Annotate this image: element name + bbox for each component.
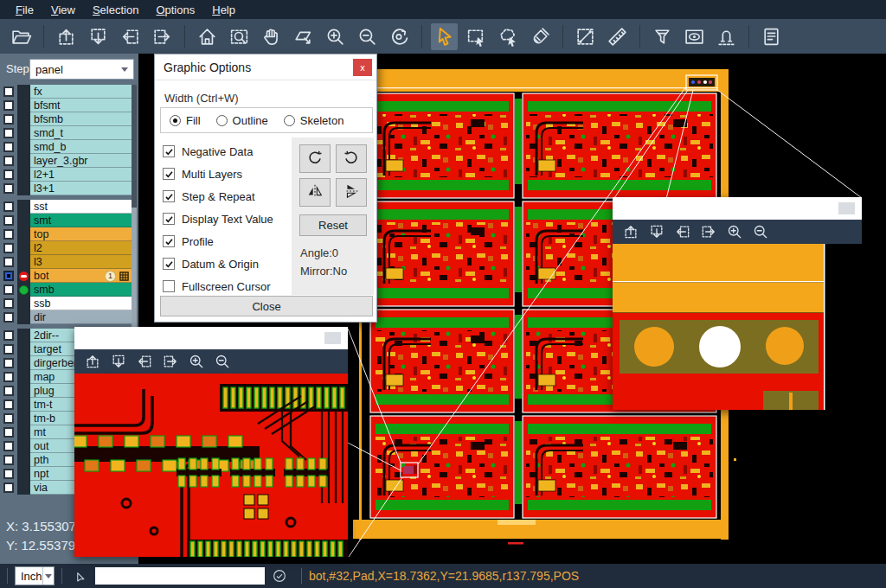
ruler-button[interactable]	[604, 23, 631, 50]
home-button[interactable]	[194, 23, 221, 50]
layer-checkbox[interactable]	[3, 156, 14, 166]
dialog-title-bar[interactable]: Graphic Options	[155, 54, 376, 80]
layer-checkbox[interactable]	[3, 372, 14, 382]
zoom-out-button[interactable]	[354, 23, 381, 50]
apply-check-icon[interactable]	[272, 568, 287, 584]
layer-row-sst[interactable]: sst	[0, 200, 138, 214]
zoom-previous-button[interactable]	[386, 23, 413, 50]
layer-checkbox[interactable]	[3, 243, 14, 253]
close-button[interactable]: Close	[160, 296, 373, 316]
option-negative-data[interactable]: Negative Data	[163, 140, 273, 163]
select-cursor-button[interactable]	[431, 23, 458, 50]
step-select[interactable]: panel	[29, 59, 134, 80]
load-down-button[interactable]	[107, 351, 130, 372]
layer-row-l2+1[interactable]: l2+1	[0, 168, 138, 182]
option-step-repeat[interactable]: Step & Repeat	[163, 185, 273, 208]
magnifier-detail-content[interactable]	[74, 374, 348, 557]
rotate-cw-button[interactable]	[299, 144, 331, 173]
report-button[interactable]	[758, 23, 785, 50]
layer-checkbox[interactable]	[3, 298, 14, 309]
checkbox[interactable]	[163, 190, 175, 202]
checkbox[interactable]	[163, 168, 175, 180]
load-left-button[interactable]	[133, 351, 156, 372]
rotate-ccw-button[interactable]	[336, 144, 367, 173]
magnifier-title-bar[interactable]	[74, 327, 348, 349]
checkbox[interactable]	[163, 235, 175, 247]
load-down-button[interactable]	[645, 221, 668, 242]
layer-checkbox[interactable]	[3, 100, 14, 111]
measure-button[interactable]	[572, 23, 599, 50]
layer-row-l3+1[interactable]: l3+1	[0, 182, 138, 195]
layer-checkbox[interactable]	[3, 169, 14, 180]
layer-checkbox[interactable]	[3, 399, 14, 410]
load-left-button[interactable]	[671, 221, 694, 242]
zoom-area-button[interactable]	[290, 23, 317, 50]
option-multi-layers[interactable]: Multi Layers	[163, 163, 273, 185]
snap-button[interactable]	[713, 23, 740, 50]
zoom-out-button[interactable]	[211, 351, 234, 372]
layer-checkbox[interactable]	[3, 201, 14, 212]
filter-button[interactable]	[649, 23, 676, 50]
layer-row-smb[interactable]: smb	[0, 283, 138, 297]
layer-row-l3[interactable]: l3	[0, 255, 138, 269]
window-button[interactable]	[838, 202, 855, 214]
layer-row-bfsmb[interactable]: bfsmb	[0, 112, 138, 126]
pan-hand-button[interactable]	[258, 23, 285, 50]
menu-item-help[interactable]: Help	[203, 2, 244, 18]
green-status-icon[interactable]	[19, 285, 29, 295]
unit-select[interactable]: Inch	[15, 566, 55, 585]
checkbox[interactable]	[163, 145, 175, 157]
layer-row-fx[interactable]: fx	[0, 85, 138, 99]
zoom-in-button[interactable]	[723, 221, 746, 242]
load-right-button[interactable]	[159, 351, 182, 372]
layer-row-smt[interactable]: smt	[0, 214, 138, 227]
checkbox[interactable]	[163, 213, 175, 225]
open-folder-button[interactable]	[8, 23, 35, 50]
layer-row-layer_3.gbr[interactable]: layer_3.gbr	[0, 154, 138, 168]
layer-row-top[interactable]: top	[0, 227, 138, 241]
layer-checkbox[interactable]	[3, 469, 14, 479]
zoom-window-button[interactable]	[226, 23, 253, 50]
layer-row-dir[interactable]: dir	[0, 310, 138, 324]
layer-checkbox[interactable]	[3, 215, 14, 226]
layer-checkbox[interactable]	[3, 128, 14, 138]
layer-checkbox[interactable]	[3, 441, 14, 451]
layer-row-ssb[interactable]: ssb	[0, 297, 138, 310]
radio-skeleton[interactable]: Skeleton	[284, 114, 344, 127]
zoom-out-button[interactable]	[749, 221, 772, 242]
layer-row-l2[interactable]: l2	[0, 241, 138, 255]
checkbox[interactable]	[163, 258, 175, 270]
option-display-text-value[interactable]: Display Text Value	[163, 208, 273, 230]
magnifier-fiducial-content[interactable]	[613, 244, 862, 410]
radio-outline[interactable]: Outline	[216, 114, 268, 127]
option-profile[interactable]: Profile	[163, 230, 273, 252]
layer-row-smd_t[interactable]: smd_t	[0, 126, 138, 140]
layer-checkbox[interactable]	[3, 142, 14, 152]
layer-checkbox[interactable]	[3, 257, 14, 267]
layer-checkbox[interactable]	[3, 284, 14, 295]
menu-item-file[interactable]: File	[7, 2, 42, 18]
option-fullscreen-cursor[interactable]: Fullscreen Cursor	[163, 275, 273, 297]
rect-select-button[interactable]	[463, 23, 490, 50]
view-eye-button[interactable]	[681, 23, 708, 50]
red-status-icon[interactable]	[19, 272, 29, 281]
load-right-button[interactable]	[697, 221, 720, 242]
layer-checkbox[interactable]	[3, 312, 14, 323]
load-left-button[interactable]	[117, 23, 144, 50]
layer-checkbox[interactable]	[3, 183, 14, 194]
window-button[interactable]	[324, 332, 341, 344]
layer-checkbox[interactable]	[3, 271, 14, 281]
layer-checkbox[interactable]	[3, 455, 14, 465]
layer-checkbox[interactable]	[3, 344, 14, 355]
menu-item-options[interactable]: Options	[147, 2, 203, 18]
poly-select-button[interactable]	[495, 23, 522, 50]
load-up-button[interactable]	[81, 351, 104, 372]
command-input[interactable]	[95, 567, 265, 585]
pointer-mode-icon[interactable]	[74, 568, 90, 584]
mirror-horizontal-button[interactable]	[336, 178, 367, 207]
layer-checkbox[interactable]	[3, 386, 14, 396]
option-datum-origin[interactable]: Datum & Origin	[163, 252, 273, 275]
radio-fill[interactable]: Fill	[170, 114, 201, 127]
dialog-close-icon[interactable]: x	[353, 59, 372, 76]
layer-checkbox[interactable]	[3, 229, 14, 240]
